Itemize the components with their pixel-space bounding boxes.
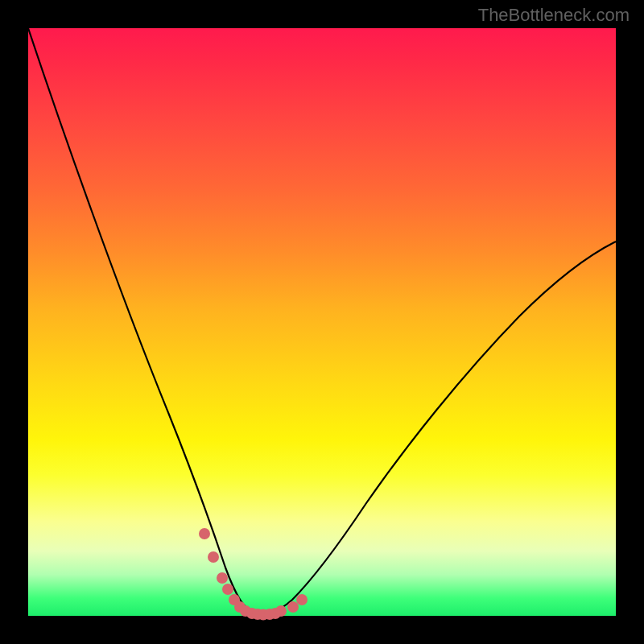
- watermark-text: TheBottleneck.com: [478, 5, 630, 26]
- highlight-dot-group: [199, 528, 308, 621]
- highlight-dot: [275, 605, 287, 617]
- highlight-dot: [287, 601, 299, 613]
- chart-svg: [28, 28, 616, 616]
- highlight-dot: [208, 551, 219, 563]
- curve-line: [28, 28, 616, 614]
- highlight-dot: [296, 594, 308, 605]
- highlight-dot: [217, 572, 228, 584]
- highlight-dot: [199, 528, 210, 539]
- highlight-dot: [222, 584, 233, 595]
